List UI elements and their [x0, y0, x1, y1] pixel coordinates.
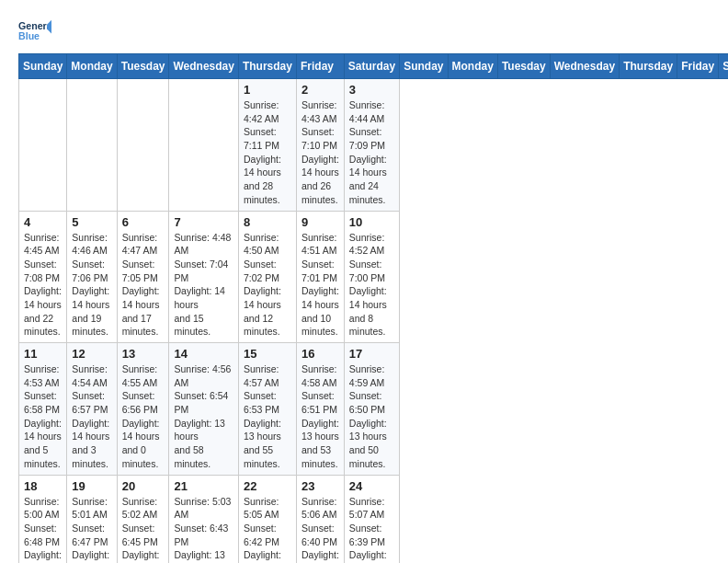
calendar-week-row: 18Sunrise: 5:00 AM Sunset: 6:48 PM Dayli…: [19, 475, 729, 563]
day-info: Sunrise: 4:51 AM Sunset: 7:01 PM Dayligh…: [301, 231, 339, 339]
day-info: Sunrise: 4:45 AM Sunset: 7:08 PM Dayligh…: [24, 231, 62, 339]
svg-text:General: General: [18, 20, 51, 31]
weekday-header: Friday: [296, 54, 344, 79]
calendar-week-row: 11Sunrise: 4:53 AM Sunset: 6:58 PM Dayli…: [19, 343, 729, 476]
day-info: Sunrise: 5:07 AM Sunset: 6:39 PM Dayligh…: [349, 495, 394, 564]
logo-icon: General Blue: [18, 18, 51, 44]
calendar-week-row: 1Sunrise: 4:42 AM Sunset: 7:11 PM Daylig…: [19, 79, 729, 212]
calendar-cell: 16Sunrise: 4:58 AM Sunset: 6:51 PM Dayli…: [296, 343, 344, 476]
calendar-table: SundayMondayTuesdayWednesdayThursdayFrid…: [18, 53, 728, 563]
day-number: 21: [174, 479, 233, 493]
day-number: 10: [349, 215, 394, 229]
day-info: Sunrise: 5:06 AM Sunset: 6:40 PM Dayligh…: [301, 495, 339, 564]
day-info: Sunrise: 4:44 AM Sunset: 7:09 PM Dayligh…: [349, 98, 394, 207]
day-info: Sunrise: 4:42 AM Sunset: 7:11 PM Dayligh…: [244, 98, 291, 207]
weekday-header: Sunday: [19, 54, 67, 79]
day-info: Sunrise: 5:00 AM Sunset: 6:48 PM Dayligh…: [24, 495, 62, 564]
day-info: Sunrise: 4:54 AM Sunset: 6:57 PM Dayligh…: [72, 362, 111, 471]
day-number: 3: [349, 83, 394, 97]
day-info: Sunrise: 4:43 AM Sunset: 7:10 PM Dayligh…: [301, 98, 339, 207]
day-info: Sunrise: 4:55 AM Sunset: 6:56 PM Dayligh…: [122, 362, 165, 471]
weekday-header: Tuesday: [497, 54, 550, 79]
calendar-cell: 10Sunrise: 4:52 AM Sunset: 7:00 PM Dayli…: [344, 211, 399, 343]
calendar-cell: 17Sunrise: 4:59 AM Sunset: 6:50 PM Dayli…: [344, 343, 399, 476]
day-number: 15: [244, 347, 291, 361]
day-number: 22: [244, 479, 291, 493]
calendar-cell: 14Sunrise: 4:56 AM Sunset: 6:54 PM Dayli…: [169, 343, 238, 476]
calendar-cell: 23Sunrise: 5:06 AM Sunset: 6:40 PM Dayli…: [296, 475, 344, 563]
weekday-header: Wednesday: [550, 54, 619, 79]
day-number: 5: [72, 215, 111, 229]
calendar-cell: 12Sunrise: 4:54 AM Sunset: 6:57 PM Dayli…: [67, 343, 117, 476]
weekday-header: Wednesday: [169, 54, 238, 79]
calendar-cell: 15Sunrise: 4:57 AM Sunset: 6:53 PM Dayli…: [238, 343, 296, 476]
day-info: Sunrise: 4:56 AM Sunset: 6:54 PM Dayligh…: [174, 362, 233, 471]
calendar-cell: 1Sunrise: 4:42 AM Sunset: 7:11 PM Daylig…: [238, 79, 296, 212]
weekday-header: Friday: [677, 54, 719, 79]
day-number: 14: [174, 347, 233, 361]
day-number: 7: [174, 215, 233, 229]
logo: General Blue: [18, 18, 51, 44]
calendar-cell: 7Sunrise: 4:48 AM Sunset: 7:04 PM Daylig…: [169, 211, 238, 343]
day-number: 23: [301, 479, 339, 493]
day-info: Sunrise: 4:46 AM Sunset: 7:06 PM Dayligh…: [72, 231, 111, 339]
day-number: 4: [24, 215, 62, 229]
weekday-header: Tuesday: [117, 54, 169, 79]
day-info: Sunrise: 4:48 AM Sunset: 7:04 PM Dayligh…: [174, 231, 233, 339]
day-number: 1: [244, 83, 291, 97]
day-info: Sunrise: 5:03 AM Sunset: 6:43 PM Dayligh…: [174, 495, 233, 564]
calendar-cell: 9Sunrise: 4:51 AM Sunset: 7:01 PM Daylig…: [296, 211, 344, 343]
day-number: 17: [349, 347, 394, 361]
day-number: 12: [72, 347, 111, 361]
day-info: Sunrise: 5:01 AM Sunset: 6:47 PM Dayligh…: [72, 495, 111, 564]
calendar-week-row: 4Sunrise: 4:45 AM Sunset: 7:08 PM Daylig…: [19, 211, 729, 343]
day-number: 18: [24, 479, 62, 493]
calendar-header-row: SundayMondayTuesdayWednesdayThursdayFrid…: [19, 54, 729, 79]
day-number: 9: [301, 215, 339, 229]
calendar-cell: 2Sunrise: 4:43 AM Sunset: 7:10 PM Daylig…: [296, 79, 344, 212]
weekday-header: Thursday: [238, 54, 296, 79]
weekday-header: Thursday: [620, 54, 677, 79]
calendar-cell: [117, 79, 169, 212]
svg-text:Blue: Blue: [18, 30, 40, 41]
weekday-header: Sunday: [400, 54, 448, 79]
day-info: Sunrise: 4:52 AM Sunset: 7:00 PM Dayligh…: [349, 231, 394, 339]
calendar-cell: 4Sunrise: 4:45 AM Sunset: 7:08 PM Daylig…: [19, 211, 67, 343]
day-info: Sunrise: 5:05 AM Sunset: 6:42 PM Dayligh…: [244, 495, 291, 564]
calendar-cell: 11Sunrise: 4:53 AM Sunset: 6:58 PM Dayli…: [19, 343, 67, 476]
day-info: Sunrise: 5:02 AM Sunset: 6:45 PM Dayligh…: [122, 495, 165, 564]
calendar-cell: 6Sunrise: 4:47 AM Sunset: 7:05 PM Daylig…: [117, 211, 169, 343]
day-number: 16: [301, 347, 339, 361]
day-number: 8: [244, 215, 291, 229]
weekday-header: Monday: [448, 54, 497, 79]
day-info: Sunrise: 4:53 AM Sunset: 6:58 PM Dayligh…: [24, 362, 62, 471]
calendar-cell: 21Sunrise: 5:03 AM Sunset: 6:43 PM Dayli…: [169, 475, 238, 563]
calendar-cell: 19Sunrise: 5:01 AM Sunset: 6:47 PM Dayli…: [67, 475, 117, 563]
calendar-cell: 8Sunrise: 4:50 AM Sunset: 7:02 PM Daylig…: [238, 211, 296, 343]
day-number: 2: [301, 83, 339, 97]
day-number: 13: [122, 347, 165, 361]
day-number: 24: [349, 479, 394, 493]
calendar-cell: [169, 79, 238, 212]
day-number: 20: [122, 479, 165, 493]
weekday-header: Monday: [67, 54, 117, 79]
calendar-cell: 3Sunrise: 4:44 AM Sunset: 7:09 PM Daylig…: [344, 79, 399, 212]
day-info: Sunrise: 4:50 AM Sunset: 7:02 PM Dayligh…: [244, 231, 291, 339]
weekday-header: Saturday: [719, 54, 728, 79]
calendar-cell: 22Sunrise: 5:05 AM Sunset: 6:42 PM Dayli…: [238, 475, 296, 563]
calendar-cell: 18Sunrise: 5:00 AM Sunset: 6:48 PM Dayli…: [19, 475, 67, 563]
day-info: Sunrise: 4:59 AM Sunset: 6:50 PM Dayligh…: [349, 362, 394, 471]
day-info: Sunrise: 4:47 AM Sunset: 7:05 PM Dayligh…: [122, 231, 165, 339]
calendar-cell: 24Sunrise: 5:07 AM Sunset: 6:39 PM Dayli…: [344, 475, 399, 563]
day-info: Sunrise: 4:57 AM Sunset: 6:53 PM Dayligh…: [244, 362, 291, 471]
day-info: Sunrise: 4:58 AM Sunset: 6:51 PM Dayligh…: [301, 362, 339, 471]
day-number: 6: [122, 215, 165, 229]
calendar-cell: 5Sunrise: 4:46 AM Sunset: 7:06 PM Daylig…: [67, 211, 117, 343]
weekday-header: Saturday: [344, 54, 399, 79]
calendar-cell: 13Sunrise: 4:55 AM Sunset: 6:56 PM Dayli…: [117, 343, 169, 476]
page-header: General Blue: [18, 18, 710, 44]
day-number: 11: [24, 347, 62, 361]
calendar-cell: [19, 79, 67, 212]
day-number: 19: [72, 479, 111, 493]
calendar-cell: [67, 79, 117, 212]
